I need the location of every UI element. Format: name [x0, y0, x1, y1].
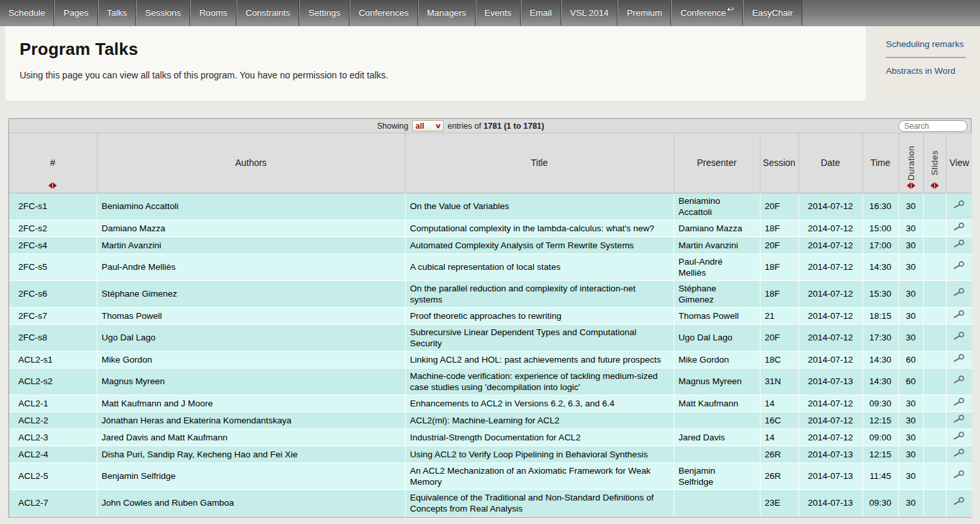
cell-presenter: Magnus Myreen	[674, 368, 760, 395]
view-talk-magnifier-icon[interactable]	[953, 200, 966, 210]
cell-title: On the Value of Variables	[405, 193, 674, 220]
cell-title: A cubical representation of local states	[405, 254, 674, 280]
view-talk-magnifier-icon[interactable]	[953, 261, 966, 270]
nav-tab-events[interactable]: Events	[476, 0, 521, 25]
cell-authors: Magnus Myreen	[97, 368, 405, 395]
nav-tab-constraints[interactable]: Constraints	[237, 0, 299, 25]
view-talk-magnifier-icon[interactable]	[953, 222, 966, 232]
cell-authors: Jared Davis and Matt Kaufmann	[97, 429, 405, 446]
table-row: ACL2-7John Cowles and Ruben GamboaEquiva…	[9, 489, 972, 516]
nav-tab-conferences[interactable]: Conferences	[350, 0, 418, 25]
col-label: Title	[406, 157, 674, 168]
nav-tab-vsl-2014[interactable]: VSL 2014	[561, 0, 618, 25]
entries-count: 1781 (1 to 1781)	[483, 122, 544, 131]
scheduling-remarks-link[interactable]: Scheduling remarks	[886, 39, 968, 49]
cell-slides	[923, 324, 946, 351]
cell-presenter: Thomas Powell	[674, 307, 760, 324]
view-talk-magnifier-icon[interactable]	[953, 353, 966, 363]
nav-tab-managers[interactable]: Managers	[418, 0, 476, 25]
cell-presenter	[674, 489, 760, 516]
view-talk-magnifier-icon[interactable]	[953, 448, 966, 458]
cell-authors: Damiano Mazza	[97, 220, 405, 237]
cell-view	[946, 368, 972, 395]
table-row: 2FC-s1Beniamino AccattoliOn the Value of…	[9, 193, 972, 220]
cell-time: 17:00	[862, 237, 898, 254]
cell-time: 11:45	[862, 463, 898, 489]
col-header-slides[interactable]: Slides	[923, 133, 946, 193]
cell-date: 2014-07-13	[798, 368, 862, 395]
view-talk-magnifier-icon[interactable]	[953, 470, 966, 480]
cell-id: 2FC-s6	[9, 280, 97, 307]
cell-presenter: Paul-André Melliès	[674, 254, 760, 280]
col-header-session: Session	[760, 133, 798, 193]
view-talk-magnifier-icon[interactable]	[953, 397, 966, 407]
view-talk-magnifier-icon[interactable]	[953, 497, 966, 506]
view-talk-magnifier-icon[interactable]	[953, 239, 966, 249]
search-input[interactable]	[898, 120, 968, 132]
nav-tab-easychair[interactable]: EasyChair	[743, 0, 802, 25]
sort-right-icon	[53, 182, 57, 189]
table-toolbar: Showing all ∨ entries of 1781 (1 to 1781…	[9, 119, 971, 133]
nav-tab-settings[interactable]: Settings	[299, 0, 350, 25]
nav-tab-premium[interactable]: Premium	[617, 0, 671, 25]
nav-tab-talks[interactable]: Talks	[98, 0, 137, 25]
cell-id: 2FC-s2	[9, 220, 97, 237]
cell-duration: 30	[898, 193, 923, 220]
cell-time: 09:30	[862, 395, 898, 412]
entries-select[interactable]: all ∨	[412, 120, 444, 131]
nav-tab-conference[interactable]: Conference↩	[671, 0, 743, 25]
cell-view	[946, 307, 972, 324]
nav-tab-rooms[interactable]: Rooms	[190, 0, 237, 25]
col-label: View	[947, 157, 973, 168]
col-header-id[interactable]: #	[9, 133, 97, 193]
view-talk-magnifier-icon[interactable]	[953, 310, 966, 319]
cell-authors: Ugo Dal Lago	[97, 324, 405, 351]
cell-date: 2014-07-12	[798, 395, 862, 412]
cell-title: Enhancements to ACL2 in Versions 6.2, 6.…	[405, 395, 674, 412]
cell-view	[946, 324, 972, 351]
sort-arrows[interactable]	[924, 182, 946, 189]
showing-label: Showing	[377, 122, 408, 131]
cell-view	[946, 412, 972, 429]
cell-date: 2014-07-13	[798, 446, 862, 463]
table-row: ACL2-4Disha Puri, Sandip Ray, Kecheng Ha…	[9, 446, 972, 463]
abstracts-in-word-link[interactable]: Abstracts in Word	[886, 66, 968, 76]
cell-session: 14	[760, 429, 798, 446]
view-talk-magnifier-icon[interactable]	[953, 287, 966, 297]
col-header-duration[interactable]: Duration	[898, 133, 923, 193]
showing-controls: Showing all ∨ entries of 1781 (1 to 1781…	[377, 120, 544, 131]
cell-time: 14:30	[862, 351, 898, 368]
cell-session: 14	[760, 395, 798, 412]
cell-slides	[923, 237, 946, 254]
view-talk-magnifier-icon[interactable]	[953, 431, 966, 441]
sort-left-icon	[48, 182, 52, 189]
cell-presenter: Mike Gordon	[674, 351, 760, 368]
col-label: Presenter	[674, 157, 760, 168]
talks-table: #AuthorsTitlePresenterSessionDateTimeDur…	[9, 133, 972, 517]
cell-id: ACL2-2	[9, 412, 97, 429]
view-talk-magnifier-icon[interactable]	[953, 331, 966, 341]
nav-tab-label: Rooms	[199, 8, 227, 18]
nav-tab-sessions[interactable]: Sessions	[136, 0, 190, 25]
table-row: ACL2-1Matt Kaufmann and J MooreEnhanceme…	[9, 395, 972, 412]
nav-tab-schedule[interactable]: Schedule	[0, 0, 54, 25]
view-talk-magnifier-icon[interactable]	[953, 414, 966, 424]
sort-left-icon	[907, 182, 911, 189]
cell-id: ACL2-3	[9, 429, 97, 446]
cell-slides	[923, 412, 946, 429]
sort-arrows[interactable]	[899, 182, 923, 189]
col-label: Date	[799, 157, 862, 168]
table-header: #AuthorsTitlePresenterSessionDateTimeDur…	[9, 133, 972, 193]
view-talk-magnifier-icon[interactable]	[953, 375, 966, 385]
cell-slides	[923, 489, 946, 516]
cell-title: Industrial-Strength Documentation for AC…	[405, 429, 674, 446]
sort-arrows[interactable]	[9, 182, 97, 189]
cell-time: 14:30	[862, 368, 898, 395]
cell-title: Machine-code verification: experience of…	[405, 368, 674, 395]
nav-tab-email[interactable]: Email	[521, 0, 561, 25]
nav-tab-pages[interactable]: Pages	[54, 0, 97, 25]
cell-slides	[923, 446, 946, 463]
cell-id: ACL2-7	[9, 489, 97, 516]
col-label: Duration	[906, 146, 916, 180]
cell-authors: Paul-André Melliès	[97, 254, 405, 280]
